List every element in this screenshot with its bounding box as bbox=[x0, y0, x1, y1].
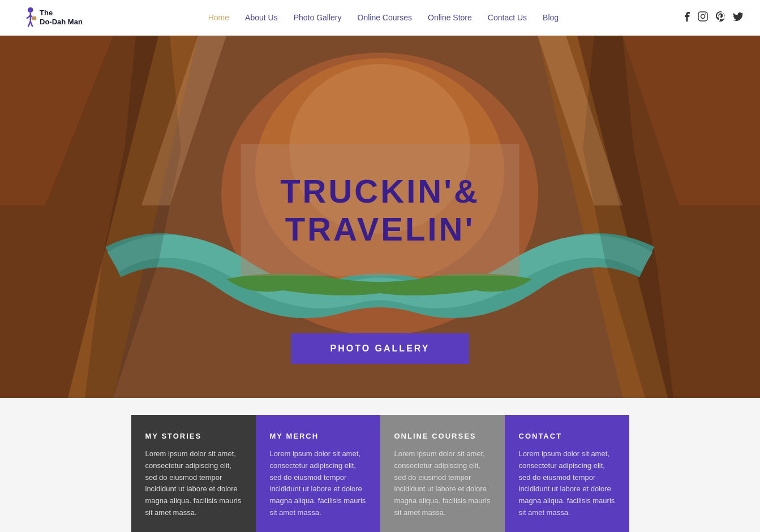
twitter-icon[interactable] bbox=[733, 12, 743, 23]
nav-contact[interactable]: Contact Us bbox=[488, 13, 527, 22]
card-my-merch-body: Lorem ipsum dolor sit amet, consectetur … bbox=[270, 448, 366, 519]
navbar: The Do-Dah Man Home About Us Photo Galle… bbox=[0, 0, 760, 36]
site-logo[interactable]: The Do-Dah Man bbox=[17, 6, 83, 29]
card-online-courses-title: ONLINE COURSES bbox=[394, 432, 491, 440]
card-my-merch: MY MERCH Lorem ipsum dolor sit amet, con… bbox=[256, 415, 380, 532]
hero-title-line1: TRUCKIN'& bbox=[280, 173, 480, 211]
hero-title: TRUCKIN'& TRAVELIN' bbox=[280, 173, 480, 248]
nav-courses[interactable]: Online Courses bbox=[358, 13, 413, 22]
nav-home[interactable]: Home bbox=[208, 13, 229, 22]
svg-point-0 bbox=[28, 7, 33, 13]
social-icons bbox=[684, 11, 743, 24]
svg-rect-8 bbox=[698, 12, 707, 21]
card-online-courses-arrow[interactable]: → bbox=[394, 529, 491, 532]
card-my-stories-arrow[interactable]: → bbox=[145, 529, 242, 532]
cards-section: MY STORIES Lorem ipsum dolor sit amet, c… bbox=[0, 398, 760, 532]
card-my-merch-title: MY MERCH bbox=[270, 432, 366, 440]
logo-svg bbox=[17, 6, 37, 29]
instagram-icon[interactable] bbox=[698, 11, 708, 24]
nav-blog[interactable]: Blog bbox=[543, 13, 559, 22]
facebook-icon[interactable] bbox=[684, 11, 690, 24]
card-my-merch-arrow[interactable]: → bbox=[270, 529, 366, 532]
card-contact-title: CONTACT bbox=[519, 432, 615, 440]
nav-gallery[interactable]: Photo Gallery bbox=[294, 13, 342, 22]
card-contact-body: Lorem ipsum dolor sit amet, consectetur … bbox=[519, 448, 615, 519]
card-online-courses-body: Lorem ipsum dolor sit amet, consectetur … bbox=[394, 448, 491, 519]
pinterest-icon[interactable] bbox=[716, 11, 725, 24]
logo-text-line2: Do-Dah Man bbox=[40, 18, 83, 27]
hero-section: TRUCKIN'& TRAVELIN' PHOTO GALLERY bbox=[0, 36, 760, 398]
card-contact: CONTACT Lorem ipsum dolor sit amet, cons… bbox=[505, 415, 629, 532]
card-my-stories-body: Lorem ipsum dolor sit amet, consectetur … bbox=[145, 448, 242, 519]
card-my-stories: MY STORIES Lorem ipsum dolor sit amet, c… bbox=[131, 415, 256, 532]
card-contact-arrow[interactable]: → bbox=[519, 529, 615, 532]
hero-overlay: TRUCKIN'& TRAVELIN' bbox=[241, 144, 519, 276]
nav-links: Home About Us Photo Gallery Online Cours… bbox=[208, 12, 559, 23]
photo-gallery-button[interactable]: PHOTO GALLERY bbox=[291, 333, 470, 364]
svg-rect-6 bbox=[32, 16, 37, 20]
hero-title-line2: TRAVELIN' bbox=[280, 210, 480, 248]
logo-text-line1: The bbox=[40, 8, 83, 18]
card-my-stories-title: MY STORIES bbox=[145, 432, 242, 440]
nav-store[interactable]: Online Store bbox=[428, 13, 472, 22]
svg-point-10 bbox=[705, 14, 706, 15]
svg-line-5 bbox=[31, 22, 33, 27]
card-online-courses: ONLINE COURSES Lorem ipsum dolor sit ame… bbox=[380, 415, 505, 532]
nav-about[interactable]: About Us bbox=[245, 13, 278, 22]
hero-cta-container: PHOTO GALLERY bbox=[291, 333, 470, 364]
svg-point-9 bbox=[701, 15, 705, 19]
